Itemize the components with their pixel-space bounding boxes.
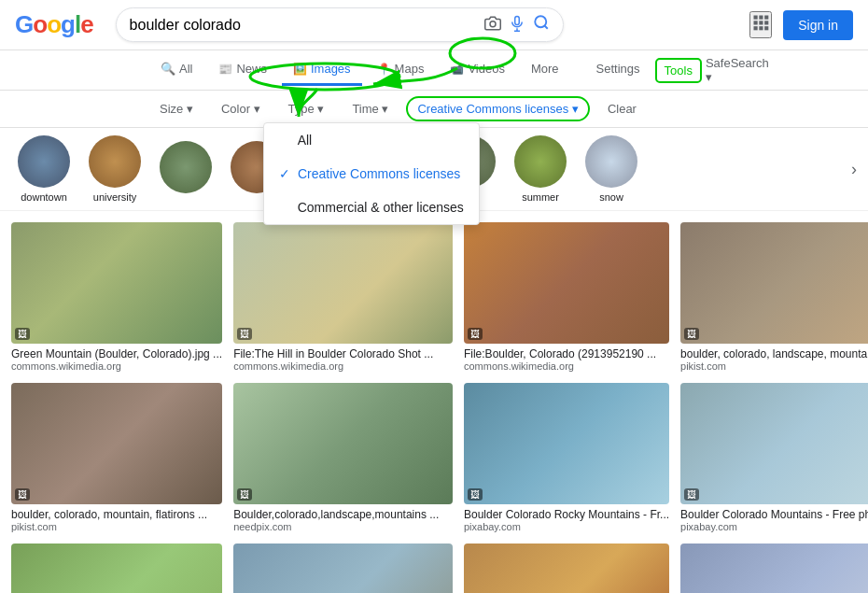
image-source: commons.wikimedia.org: [233, 360, 453, 372]
image-card[interactable]: 🖼 Boulder Colorado - Perl Street Mall ..…: [464, 544, 669, 593]
image-source: commons.wikimedia.org: [464, 360, 669, 372]
image-card[interactable]: 🖼 Boulder Colorado Mountains - Free phot…: [680, 383, 868, 532]
camera-search-button[interactable]: [484, 15, 501, 35]
image-title: boulder, colorado, mountain, flatirons .…: [11, 508, 222, 521]
tab-news[interactable]: 📰 News: [207, 54, 278, 86]
filter-color[interactable]: Color ▾: [211, 97, 271, 120]
image-title: Green Mountain (Boulder, Colorado).jpg .…: [11, 347, 222, 360]
svg-point-2: [535, 16, 546, 27]
image-card[interactable]: 🖼 Landscape of Boulder Colorado Mountain…: [233, 544, 453, 593]
image-grid: 🖼 Green Mountain (Boulder, Colorado).jpg…: [0, 211, 868, 593]
svg-rect-4: [760, 16, 763, 20]
image-card[interactable]: 🖼 Boulder,colorado,chautauqua,flatirons …: [11, 544, 222, 593]
image-source: commons.wikimedia.org: [11, 360, 222, 372]
maps-icon: 📍: [377, 63, 391, 76]
videos-icon: 📹: [450, 63, 464, 76]
image-title: boulder, colorado, landscape, mountains …: [680, 347, 868, 360]
images-icon: 🖼️: [293, 63, 307, 76]
dropdown-item-commercial[interactable]: Commercial & other licenses: [264, 191, 479, 224]
tab-videos[interactable]: 📹 Videos: [439, 54, 516, 86]
image-card[interactable]: 🖼 Boulder Colorado Rocky Mountains - Fr.…: [464, 383, 669, 532]
license-dropdown: All ✓ Creative Commons licenses Commerci…: [263, 122, 480, 225]
image-card[interactable]: 🖼 canyon, boulder, colorado, sky, cloud …: [680, 544, 868, 593]
image-title: File:Boulder, Colorado (2913952190 ...: [464, 347, 669, 360]
header: Google Sign in: [0, 0, 868, 50]
filter-clear[interactable]: Clear: [597, 97, 647, 120]
dropdown-item-cc[interactable]: ✓ Creative Commons licenses: [264, 157, 479, 191]
image-source: pikist.com: [680, 360, 868, 372]
filter-time[interactable]: Time ▾: [342, 97, 399, 120]
image-attribution-icon: 🖼: [684, 328, 699, 340]
tab-all[interactable]: 🔍 All: [149, 54, 203, 86]
image-card[interactable]: 🖼 File:Boulder, Colorado (2913952190 ...…: [464, 222, 669, 372]
svg-rect-6: [754, 21, 758, 24]
search-icon: 🔍: [161, 62, 175, 76]
dropdown-item-all[interactable]: All: [264, 123, 479, 157]
image-attribution-icon: 🖼: [468, 328, 483, 340]
tab-more[interactable]: More: [520, 54, 570, 86]
search-input[interactable]: [130, 17, 477, 34]
nav-tabs: 🔍 All 📰 News 🖼️ Images 📍 Maps 📹 Videos M…: [0, 50, 868, 91]
sign-in-button[interactable]: Sign in: [783, 10, 853, 40]
svg-rect-8: [764, 21, 768, 24]
tab-tools[interactable]: Tools: [655, 58, 702, 83]
filter-type[interactable]: Type ▾: [278, 97, 335, 120]
image-title: Boulder Colorado Rocky Mountains - Fr...: [464, 508, 669, 521]
image-title: File:The Hill in Boulder Colorado Shot .…: [233, 347, 453, 360]
image-card[interactable]: 🖼 File:The Hill in Boulder Colorado Shot…: [233, 222, 453, 372]
search-bar: [116, 7, 564, 42]
image-title: Boulder Colorado Mountains - Free photo …: [680, 508, 868, 521]
news-icon: 📰: [218, 63, 232, 76]
image-attribution-icon: 🖼: [237, 328, 252, 340]
image-source: pixabay.com: [464, 521, 669, 532]
categories-next-button[interactable]: ›: [851, 160, 857, 179]
check-icon: ✓: [279, 166, 290, 181]
category-snow[interactable]: snow: [579, 135, 644, 203]
image-attribution-icon: 🖼: [15, 488, 30, 501]
svg-rect-5: [764, 16, 768, 20]
mic-button[interactable]: [509, 15, 525, 35]
svg-rect-11: [764, 26, 768, 30]
filter-license[interactable]: Creative Commons licenses ▾: [406, 96, 589, 121]
image-source: needpix.com: [233, 521, 453, 532]
image-card[interactable]: 🖼 boulder, colorado, landscape, mountain…: [680, 222, 868, 372]
tab-settings[interactable]: Settings: [585, 54, 651, 86]
svg-rect-3: [754, 16, 758, 20]
image-attribution-icon: 🖼: [468, 488, 483, 501]
image-source: pixabay.com: [680, 521, 868, 532]
svg-point-0: [490, 21, 496, 26]
category-summer[interactable]: summer: [508, 135, 573, 203]
header-right: Sign in: [749, 10, 853, 40]
search-button[interactable]: [533, 14, 550, 35]
safesearch-label[interactable]: SafeSearch ▾: [706, 56, 769, 84]
image-attribution-icon: 🖼: [237, 488, 252, 501]
apps-button[interactable]: [749, 11, 772, 38]
tab-images[interactable]: 🖼️ Images: [282, 54, 362, 86]
image-attribution-icon: 🖼: [684, 488, 699, 501]
google-logo: Google: [15, 10, 93, 39]
image-attribution-icon: 🖼: [15, 328, 30, 340]
filter-size[interactable]: Size ▾: [149, 97, 203, 120]
svg-rect-10: [760, 26, 763, 30]
filter-bar: Size ▾ Color ▾ Type ▾ Time ▾ Creative Co…: [0, 91, 868, 128]
image-card[interactable]: 🖼 Green Mountain (Boulder, Colorado).jpg…: [11, 222, 222, 372]
category-downtown[interactable]: downtown: [11, 135, 77, 203]
svg-rect-1: [514, 16, 519, 24]
image-title: Boulder,colorado,landscape,mountains ...: [233, 508, 453, 521]
image-card[interactable]: 🖼 boulder, colorado, mountain, flatirons…: [11, 383, 222, 532]
image-source: pikist.com: [11, 521, 222, 532]
category-university[interactable]: university: [82, 135, 147, 203]
svg-rect-9: [754, 26, 758, 30]
tab-maps[interactable]: 📍 Maps: [366, 54, 436, 86]
category-3[interactable]: [153, 141, 218, 197]
svg-rect-7: [760, 21, 763, 24]
image-card[interactable]: 🖼 Boulder,colorado,landscape,mountains .…: [233, 383, 453, 532]
